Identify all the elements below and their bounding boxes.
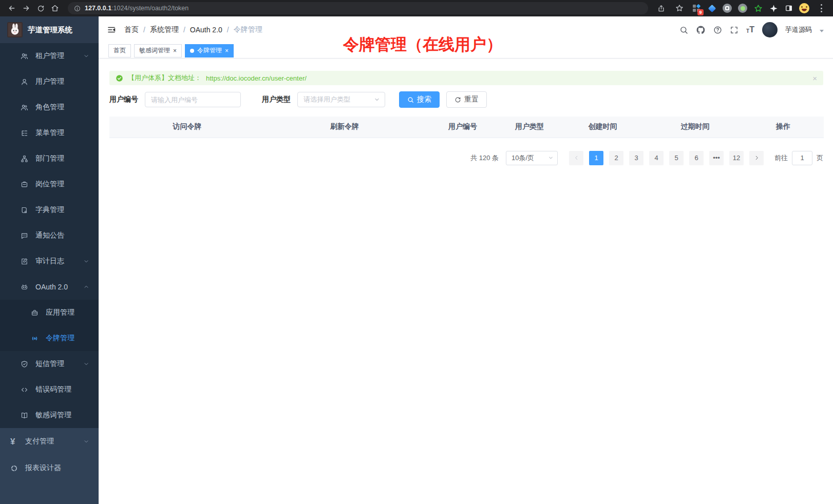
- menu-tree-icon: [21, 129, 29, 137]
- user-type-label: 用户类型: [262, 95, 291, 104]
- extension-grid-icon[interactable]: 9: [691, 3, 702, 13]
- user-name[interactable]: 芋道源码: [785, 25, 812, 34]
- prev-page-button[interactable]: [569, 151, 583, 165]
- fullscreen-icon[interactable]: [730, 26, 739, 34]
- sidebar-item-user[interactable]: 用户管理: [0, 69, 99, 94]
- page-button-4[interactable]: 4: [649, 151, 664, 165]
- sidebar-item-tenant[interactable]: 租户管理: [0, 43, 99, 69]
- sidebar-item-dept[interactable]: 部门管理: [0, 146, 99, 171]
- sidebar-item-post[interactable]: 岗位管理: [0, 171, 99, 197]
- bookmark-star-icon[interactable]: [673, 2, 686, 15]
- sidebar-item-report[interactable]: 报表设计器: [0, 455, 99, 481]
- user-id-label: 用户编号: [109, 95, 138, 104]
- sidebar-item-sensitive[interactable]: 敏感词管理: [0, 402, 99, 428]
- page-button-12[interactable]: 12: [729, 151, 744, 165]
- home-icon[interactable]: [48, 2, 62, 15]
- sidebar-item-label: 用户管理: [35, 77, 64, 86]
- tab-close-icon[interactable]: ×: [225, 48, 229, 54]
- breadcrumb-home[interactable]: 首页: [124, 25, 139, 34]
- app-logo[interactable]: 芋道管理系统: [0, 16, 99, 43]
- user-id-input[interactable]: [145, 92, 241, 107]
- share-icon[interactable]: [654, 2, 668, 15]
- tab-首页[interactable]: 首页: [108, 44, 131, 57]
- search-button[interactable]: 搜索: [399, 91, 440, 108]
- sidebar-item-sms[interactable]: 短信管理: [0, 351, 99, 377]
- page-size-select[interactable]: 10条/页: [506, 151, 558, 165]
- goto-page-input[interactable]: [792, 151, 812, 165]
- column-header: 用户编号: [424, 117, 501, 138]
- user-type-select[interactable]: 请选择用户类型: [297, 92, 385, 107]
- browser-menu-icon[interactable]: [815, 2, 828, 15]
- recorder-extension-icon[interactable]: [737, 3, 748, 13]
- sidebar: 芋道管理系统 租户管理用户管理角色管理菜单管理部门管理岗位管理字典管理通知公告审…: [0, 16, 99, 504]
- profile-emoji-icon[interactable]: [799, 3, 809, 13]
- active-dot: [190, 49, 194, 53]
- refresh-icon: [455, 96, 461, 103]
- sidebar-item-dict[interactable]: 字典管理: [0, 197, 99, 223]
- book-open-icon: [21, 412, 29, 419]
- pagination: 共 120 条 10条/页 123456•••12 前往 页: [109, 151, 823, 165]
- success-check-icon: [116, 74, 123, 82]
- sidebar-item-token[interactable]: 令牌管理: [0, 325, 99, 351]
- gem-extension-icon[interactable]: [707, 3, 717, 13]
- green-star-extension-icon[interactable]: [753, 3, 763, 13]
- browser-toolbar: 127.0.0.1:1024/system/oauth2/token 9: [0, 0, 833, 16]
- sidebar-item-notice[interactable]: 通知公告: [0, 223, 99, 248]
- command-extension-icon[interactable]: [722, 3, 732, 13]
- dict-icon: [21, 206, 29, 214]
- breadcrumb: 首页/ 系统管理/ OAuth 2.0/ 令牌管理: [124, 25, 262, 34]
- sidebar-item-menu[interactable]: 菜单管理: [0, 120, 99, 146]
- next-page-button[interactable]: [749, 151, 764, 165]
- breadcrumb-oauth[interactable]: OAuth 2.0: [190, 26, 222, 34]
- avatar[interactable]: [762, 22, 778, 37]
- tab-label: 敏感词管理: [139, 46, 170, 55]
- chevron-down-icon[interactable]: [820, 30, 824, 32]
- page-button-3[interactable]: 3: [629, 151, 643, 165]
- side-panel-icon[interactable]: [784, 3, 794, 13]
- back-icon[interactable]: [5, 2, 18, 15]
- signal-icon: [31, 335, 39, 342]
- sidebar-item-oauth-app[interactable]: 应用管理: [0, 300, 99, 325]
- github-icon[interactable]: [696, 25, 706, 35]
- sidebar-submenu-block: 租户管理用户管理角色管理菜单管理部门管理岗位管理字典管理通知公告审计日志OAut…: [0, 43, 99, 428]
- goto-label: 前往: [774, 153, 788, 163]
- doc-link[interactable]: https://doc.iocoder.cn/user-center/: [206, 74, 307, 82]
- forward-icon[interactable]: [20, 2, 33, 15]
- sidebar-item-label: 菜单管理: [35, 128, 64, 138]
- tab-令牌管理[interactable]: 令牌管理×: [185, 44, 234, 57]
- sidebar-collapse-icon[interactable]: [107, 25, 116, 34]
- page-button-6[interactable]: 6: [689, 151, 704, 165]
- pinwheel-extension-icon[interactable]: [768, 3, 779, 13]
- doc-alert: 【用户体系】文档地址： https://doc.iocoder.cn/user-…: [109, 71, 823, 85]
- tab-close-icon[interactable]: ×: [173, 48, 177, 54]
- page-button-1[interactable]: 1: [589, 151, 603, 165]
- page-button-5[interactable]: 5: [669, 151, 684, 165]
- page-content: 【用户体系】文档地址： https://doc.iocoder.cn/user-…: [99, 59, 833, 504]
- help-icon[interactable]: [713, 26, 722, 34]
- reload-icon[interactable]: [34, 2, 47, 15]
- font-size-icon[interactable]: TT: [746, 26, 754, 34]
- sidebar-item-role[interactable]: 角色管理: [0, 94, 99, 120]
- page-button-2[interactable]: 2: [609, 151, 623, 165]
- header-search-icon[interactable]: [679, 26, 688, 34]
- address-bar[interactable]: 127.0.0.1:1024/system/oauth2/token: [68, 2, 648, 14]
- search-form: 用户编号 用户类型 请选择用户类型 搜索 重置: [109, 91, 823, 108]
- more-pages-button[interactable]: •••: [709, 151, 724, 165]
- alert-close-icon[interactable]: ×: [812, 74, 817, 83]
- column-header: 过期时间: [648, 117, 743, 138]
- annotation-overlay-text: 令牌管理（在线用户）: [343, 34, 502, 55]
- sidebar-item-pay[interactable]: ¥支付管理: [0, 428, 99, 455]
- shield-icon: [21, 360, 29, 368]
- sidebar-item-audit[interactable]: 审计日志: [0, 248, 99, 274]
- site-info-icon[interactable]: [74, 5, 81, 12]
- breadcrumb-system[interactable]: 系统管理: [150, 25, 179, 34]
- extension-badge: 9: [697, 9, 704, 15]
- sidebar-item-oauth[interactable]: OAuth 2.0: [0, 274, 99, 300]
- chevron-down-icon: [83, 53, 89, 59]
- sidebar-item-errcode[interactable]: 错误码管理: [0, 377, 99, 402]
- reset-button[interactable]: 重置: [446, 91, 487, 108]
- tenant-icon: [21, 52, 29, 60]
- sidebar-item-label: 岗位管理: [35, 180, 64, 189]
- tab-敏感词管理[interactable]: 敏感词管理×: [134, 44, 182, 57]
- sidebar-toplevel-block: ¥支付管理报表设计器: [0, 428, 99, 504]
